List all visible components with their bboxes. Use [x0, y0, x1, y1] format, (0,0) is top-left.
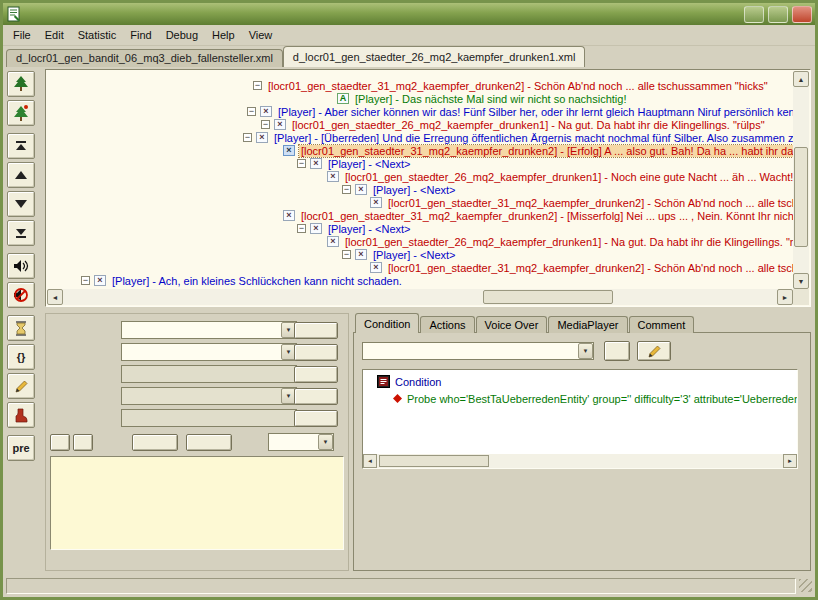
tab-voice-over[interactable]: Voice Over	[476, 316, 548, 333]
dialog-node-text: [locr01_gen_staedter_31_mq2_kaempfer_dru…	[299, 145, 793, 157]
new-dialog-tree-button[interactable]	[7, 71, 35, 97]
speaker-row	[50, 320, 344, 340]
tab-actions[interactable]: Actions	[420, 316, 474, 333]
tree-node[interactable]: [Player] - <Next>	[47, 222, 793, 235]
tree-horizontal-scrollbar[interactable]	[47, 289, 793, 305]
wait-node-button[interactable]	[7, 315, 35, 341]
collapse-expander-icon[interactable]	[247, 107, 256, 116]
tree-node[interactable]: [locr01_gen_staedter_31_mq2_kaempfer_dru…	[47, 79, 793, 92]
collapse-expander-icon[interactable]	[342, 185, 351, 194]
menu-item-file[interactable]: File	[6, 27, 38, 43]
current-id-edit-button[interactable]	[294, 366, 338, 383]
dialog-node-text: [Player] - <Next>	[326, 223, 413, 235]
script-combo[interactable]	[362, 342, 594, 360]
menu-item-find[interactable]: Find	[123, 27, 158, 43]
title-bar[interactable]	[3, 3, 815, 25]
collapse-expander-icon[interactable]	[297, 224, 306, 233]
scroll-left-icon[interactable]	[47, 289, 63, 305]
tree-vertical-scrollbar[interactable]	[793, 71, 809, 289]
menu-item-debug[interactable]: Debug	[159, 27, 205, 43]
tree-node[interactable]: [Player] - <Next>	[47, 157, 793, 170]
tree-node[interactable]: [locr01_gen_staedter_31_mq2_kaempfer_dru…	[47, 261, 793, 274]
minimize-button[interactable]	[744, 6, 764, 23]
move-last-button[interactable]	[7, 220, 35, 246]
move-down-button[interactable]	[7, 191, 35, 217]
condition-scroll-right-icon[interactable]	[783, 454, 797, 468]
color-button[interactable]	[132, 434, 178, 451]
collapse-expander-icon[interactable]	[297, 159, 306, 168]
tab-comment[interactable]: Comment	[629, 316, 695, 333]
status-combo[interactable]	[268, 433, 334, 451]
token-button[interactable]	[186, 434, 232, 451]
status-field	[6, 578, 796, 594]
short-text-edit-button[interactable]	[294, 410, 338, 427]
tree-node[interactable]: [locr01_gen_staedter_31_mq2_kaempfer_dru…	[47, 196, 793, 209]
edit-script-button[interactable]	[637, 341, 671, 361]
emote-edit-button[interactable]	[294, 388, 338, 405]
tree-node[interactable]: [Player] - Aber sicher können wir das! F…	[47, 105, 793, 118]
tree-node[interactable]: [Player] - Ach, ein kleines Schlückchen …	[47, 274, 793, 287]
condition-node[interactable]: Probe who='BestTaUeberredenEntity' group…	[363, 390, 797, 407]
short-text-field[interactable]	[121, 409, 297, 427]
tab-mediaplayer[interactable]: MediaPlayer	[548, 316, 627, 333]
refresh-tree-button[interactable]	[7, 100, 35, 126]
down-icon	[14, 199, 28, 209]
move-first-button[interactable]	[7, 133, 35, 159]
kick-node-button[interactable]	[7, 402, 35, 428]
collapse-expander-icon[interactable]	[342, 250, 351, 259]
file-tab[interactable]: d_locr01_gen_staedter_26_mq2_kaempfer_dr…	[283, 46, 586, 67]
tab-condition[interactable]: Condition	[355, 313, 419, 333]
tree-hscroll-thumb[interactable]	[483, 290, 613, 304]
tree-vscroll-thumb[interactable]	[794, 147, 808, 247]
collapse-expander-icon[interactable]	[81, 276, 90, 285]
collapse-expander-icon[interactable]	[243, 133, 252, 142]
scroll-up-icon[interactable]	[793, 71, 809, 87]
menu-item-view[interactable]: View	[242, 27, 280, 43]
tree-node[interactable]: [Player] - [Überreden] Und die Erregung …	[47, 131, 793, 144]
play-voice-button[interactable]	[7, 253, 35, 279]
condition-scroll-thumb[interactable]	[379, 455, 489, 467]
listener-combo[interactable]	[121, 343, 297, 361]
close-button[interactable]	[792, 6, 812, 23]
condition-node[interactable]: Condition	[363, 373, 797, 390]
code-braces-button[interactable]: {}	[7, 344, 35, 370]
italic-button[interactable]	[73, 434, 93, 451]
dialog-node-text: [Player] - Ach, ein kleines Schlückchen …	[110, 275, 404, 287]
status-dropdown-icon[interactable]	[318, 434, 333, 450]
tree-node[interactable]: [Player] - <Next>	[47, 183, 793, 196]
scroll-right-icon[interactable]	[777, 289, 793, 305]
tree-node[interactable]: [Player] - Das nächste Mal sind wir nich…	[47, 92, 793, 105]
script-dropdown-icon[interactable]	[578, 343, 593, 359]
condition-node-text: Probe who='BestTaUeberredenEntity' group…	[407, 393, 797, 405]
dialog-node-icon	[370, 197, 382, 208]
tree-node[interactable]: [locr01_gen_staedter_26_mq2_kaempfer_dru…	[47, 235, 793, 248]
speaker-set-button[interactable]	[294, 322, 338, 339]
pre-node-button[interactable]: pre	[7, 435, 35, 461]
condition-scrollbar[interactable]	[363, 454, 797, 468]
edit-node-button[interactable]	[7, 373, 35, 399]
tree-node[interactable]: [locr01_gen_staedter_31_mq2_kaempfer_dru…	[47, 209, 793, 222]
menu-item-help[interactable]: Help	[205, 27, 242, 43]
tree-node[interactable]: [Player] - <Next>	[47, 248, 793, 261]
speaker-combo[interactable]	[121, 321, 297, 339]
dialog-node-icon	[283, 210, 295, 221]
tree-node[interactable]: [locr01_gen_staedter_26_mq2_kaempfer_dru…	[47, 170, 793, 183]
menu-item-statistic[interactable]: Statistic	[71, 27, 124, 43]
tree-node[interactable]: [locr01_gen_staedter_31_mq2_kaempfer_dru…	[47, 144, 793, 157]
add-condition-button[interactable]	[604, 341, 630, 361]
collapse-expander-icon[interactable]	[261, 120, 270, 129]
bold-button[interactable]	[50, 434, 70, 451]
restore-button[interactable]	[768, 6, 788, 23]
condition-scroll-left-icon[interactable]	[363, 454, 377, 468]
listener-set-button[interactable]	[294, 344, 338, 361]
dialog-text-input[interactable]	[50, 456, 344, 550]
resize-grip-icon[interactable]	[799, 579, 812, 592]
scroll-down-icon[interactable]	[793, 273, 809, 289]
condition-list: ConditionProbe who='BestTaUeberredenEnti…	[362, 369, 798, 469]
move-up-button[interactable]	[7, 162, 35, 188]
collapse-expander-icon[interactable]	[253, 81, 262, 90]
stop-voice-button[interactable]	[7, 282, 35, 308]
menu-item-edit[interactable]: Edit	[38, 27, 71, 43]
file-tab[interactable]: d_locr01_gen_bandit_06_mq3_dieb_fallenst…	[6, 49, 283, 67]
tree-node[interactable]: [locr01_gen_staedter_26_mq2_kaempfer_dru…	[47, 118, 793, 131]
